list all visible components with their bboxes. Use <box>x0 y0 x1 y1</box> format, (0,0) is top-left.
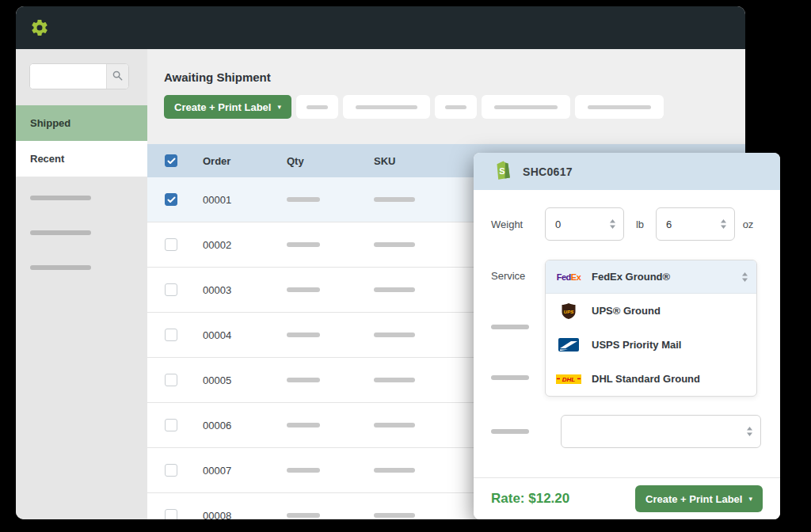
placeholder-bar <box>356 105 417 109</box>
toolbar-button-placeholder[interactable] <box>296 95 338 119</box>
placeholder-bar <box>445 105 466 109</box>
field-placeholder-bar <box>491 429 529 434</box>
sidebar-item-placeholder <box>30 196 91 200</box>
stepper-icon[interactable] <box>609 218 616 230</box>
toolbar-button-placeholder[interactable] <box>482 95 570 119</box>
weight-row: Weight 0 lb 6 <box>491 207 761 241</box>
toolbar-button-placeholder[interactable] <box>435 95 477 119</box>
weight-lb-input[interactable]: 0 <box>545 207 624 241</box>
dhl-letters: DHL <box>562 376 576 383</box>
gear-icon[interactable] <box>30 18 49 37</box>
row-checkbox[interactable] <box>165 329 177 341</box>
sku-placeholder-bar <box>374 423 415 428</box>
ups-letters: UPS <box>564 309 573 314</box>
stepper-icon[interactable] <box>720 218 727 230</box>
sidebar-placeholder-list <box>16 196 147 270</box>
placeholder-bar <box>307 105 328 109</box>
screen: Shipped Recent Awaiting Shipment Create … <box>0 0 811 532</box>
row-checkbox[interactable] <box>165 464 177 477</box>
order-number: 00007 <box>203 465 231 477</box>
column-header-order: Order <box>203 155 230 167</box>
page-title: Awaiting Shipment <box>147 49 745 84</box>
weight-oz-value: 6 <box>666 218 672 230</box>
qty-placeholder-bar <box>287 423 320 428</box>
service-option-ups[interactable]: UPS UPS® Ground <box>546 294 756 328</box>
sku-placeholder-bar <box>374 197 415 202</box>
weight-lb-unit: lb <box>624 218 656 230</box>
select-all-checkbox[interactable] <box>165 154 177 167</box>
toolbar-button-placeholder[interactable] <box>343 95 430 119</box>
search-icon <box>112 70 123 83</box>
sidebar-item-recent[interactable]: Recent <box>16 141 147 177</box>
rate-text: Rate: $12.20 <box>491 491 569 507</box>
column-header-qty: Qty <box>287 155 304 167</box>
usps-logo-icon <box>555 338 582 352</box>
create-print-label-button[interactable]: Create + Print Label ▾ <box>164 95 291 119</box>
chevron-down-icon: ▾ <box>748 496 752 503</box>
modal-body: Weight 0 lb 6 <box>474 190 780 448</box>
qty-placeholder-bar <box>287 468 320 473</box>
order-number: 00006 <box>203 420 231 431</box>
service-name: FedEx Ground® <box>592 271 732 283</box>
search-button[interactable] <box>106 64 128 89</box>
service-option-dhl[interactable]: DHL DHL Standard Ground <box>546 362 756 396</box>
sku-placeholder-bar <box>374 468 415 473</box>
qty-placeholder-bar <box>287 197 320 202</box>
service-option-fedex-selected[interactable]: FedEx FedEx Ground® <box>546 260 756 294</box>
weight-lb-value: 0 <box>555 218 561 230</box>
row-checkbox[interactable] <box>165 374 177 386</box>
shopify-letter: S <box>499 166 504 176</box>
weight-oz-input[interactable]: 6 <box>656 207 735 241</box>
placeholder-bar <box>588 105 651 109</box>
weight-label: Weight <box>491 218 545 230</box>
create-print-label-text: Create + Print Label <box>174 101 271 113</box>
sidebar: Shipped Recent <box>16 49 147 519</box>
field-placeholder-bar <box>491 375 529 380</box>
row-checkbox[interactable] <box>165 238 177 251</box>
search-input[interactable] <box>30 64 106 89</box>
qty-placeholder-bar <box>287 513 320 518</box>
shipment-modal: S SHC0617 Weight 0 lb <box>474 153 780 519</box>
row-checkbox[interactable] <box>165 509 177 519</box>
sidebar-item-shipped[interactable]: Shipped <box>16 105 147 141</box>
service-section: Service FedEx FedEx Ground® <box>491 260 761 397</box>
modal-footer: Rate: $12.20 Create + Print Label ▾ <box>474 477 780 519</box>
service-name: UPS® Ground <box>592 305 748 317</box>
row-checkbox[interactable] <box>165 419 177 431</box>
service-option-usps[interactable]: USPS Priority Mail <box>546 328 756 362</box>
row-checkbox[interactable] <box>165 193 177 206</box>
service-name: USPS Priority Mail <box>592 339 748 351</box>
check-icon <box>167 158 176 165</box>
empty-select[interactable] <box>561 415 761 448</box>
sku-placeholder-bar <box>374 513 415 518</box>
sku-placeholder-bar <box>374 242 415 247</box>
search-box <box>29 63 129 89</box>
stepper-icon[interactable] <box>746 426 753 437</box>
field-placeholder-bar <box>491 325 529 329</box>
service-label: Service <box>491 260 545 293</box>
qty-placeholder-bar <box>287 287 320 292</box>
row-checkbox[interactable] <box>165 283 177 296</box>
qty-placeholder-bar <box>287 242 320 247</box>
chevron-down-icon: ▾ <box>277 104 281 111</box>
sku-placeholder-bar <box>374 287 415 292</box>
order-number: 00003 <box>203 284 231 296</box>
toolbar: Create + Print Label ▾ <box>164 95 745 119</box>
order-number: 00001 <box>203 194 231 206</box>
qty-placeholder-bar <box>287 332 320 337</box>
modal-header: S SHC0617 <box>474 153 780 190</box>
weight-oz-unit: oz <box>735 218 761 230</box>
sidebar-nav: Shipped Recent <box>16 105 147 177</box>
sidebar-item-placeholder <box>30 265 91 270</box>
order-number: 00004 <box>203 329 231 341</box>
order-number: 00008 <box>203 510 231 520</box>
modal-create-print-label-text: Create + Print Label <box>645 493 742 505</box>
stepper-icon[interactable] <box>741 272 748 283</box>
modal-create-print-label-button[interactable]: Create + Print Label ▾ <box>635 485 763 512</box>
placeholder-bar <box>494 105 558 109</box>
order-number: 00005 <box>203 374 231 386</box>
column-header-sku: SKU <box>374 155 395 167</box>
toolbar-button-placeholder[interactable] <box>575 95 664 119</box>
sku-placeholder-bar <box>374 332 415 337</box>
service-dropdown: FedEx FedEx Ground® <box>545 260 757 397</box>
